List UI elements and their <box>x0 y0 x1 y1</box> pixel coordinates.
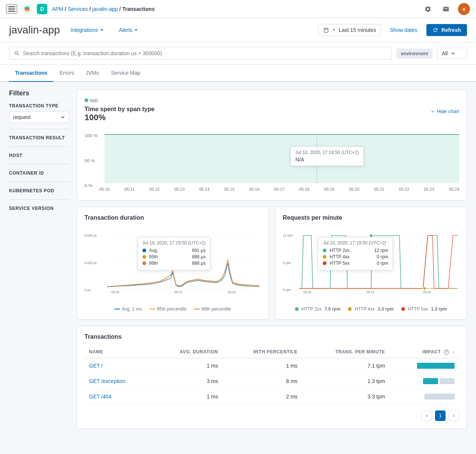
legend-p95-line <box>150 309 156 309</box>
dur-val-avg: 691 μs <box>192 248 206 253</box>
row-name[interactable]: GET / <box>85 358 152 373</box>
rpm-chart-title: Requests per minute <box>283 214 459 221</box>
rpm-legend: HTTP 2xx 7.0 rpm HTTP 4xx 3.3 rpm HTTP 5… <box>283 306 459 312</box>
app-badge: D <box>37 4 47 14</box>
rpm-val-2xx: 12 rpm <box>374 248 388 253</box>
span-chart-tooltip: Jul 10, 2020, 17:19:50 (UTC+2) N/A <box>290 146 363 166</box>
svg-text:05:10: 05:10 <box>303 290 311 294</box>
tab-transactions[interactable]: Transactions <box>9 65 53 82</box>
mail-icon-btn[interactable] <box>440 3 452 15</box>
rpm-legend-5xx: HTTP 5xx 1.3 rpm <box>401 306 447 312</box>
table-row: GET / 1 ms 1 ms 7.1 tpm <box>85 358 459 373</box>
filter-service-version-label: SERVICE VERSION <box>9 206 69 211</box>
dur-dot-p95 <box>142 255 146 259</box>
duration-chart-svg-wrap: 9,000 μs 4,500 μs 0 μs <box>85 226 261 302</box>
transaction-type-select[interactable]: request <box>9 112 69 123</box>
breadcrumb-current: Transactions <box>122 6 154 12</box>
dur-tooltip-p95: 95th 888 μs <box>142 254 206 259</box>
rpm-hover-dot-4xx <box>423 287 426 290</box>
row-name[interactable]: GET /404 <box>85 389 152 404</box>
page-header: javalin-app Integrations Alerts Last 15 … <box>0 18 476 42</box>
settings-icon-btn[interactable] <box>422 3 434 15</box>
rpm-dot-5xx <box>323 261 326 265</box>
rpm-val-4xx: 0 rpm <box>377 254 388 259</box>
row-name[interactable]: GET /exception <box>85 373 152 389</box>
svg-text:9,000 μs: 9,000 μs <box>85 234 97 237</box>
breadcrumb-apm[interactable]: APM <box>52 6 63 12</box>
page-title: javalin-app <box>9 24 60 36</box>
filters-title: Filters <box>9 89 69 97</box>
prev-page-button[interactable]: ‹ <box>422 410 432 421</box>
rpm-legend-dot-2xx <box>295 307 299 311</box>
span-legend-label: app <box>90 97 98 103</box>
page-1-button[interactable]: 1 <box>435 410 446 421</box>
row-p95: 8 ms <box>222 373 302 389</box>
col-p95: 95th percentile <box>222 346 302 358</box>
refresh-button[interactable]: Refresh <box>426 24 467 36</box>
breadcrumb: APM / Services / javalin-app / Transacti… <box>52 6 155 12</box>
search-input-wrap[interactable] <box>9 47 392 60</box>
row-tpm: 1.3 tpm <box>302 373 390 389</box>
time-range-picker[interactable]: Last 15 minutes <box>318 24 381 36</box>
span-legend-dot <box>85 98 88 102</box>
filter-transaction-result-label: TRANSACTION RESULT <box>9 135 69 140</box>
span-chart-svg-wrap: 100 % 50 % 0 % 05:10 05:11 05:12 05:13 0… <box>85 131 459 193</box>
charts-row: Transaction duration 9,000 μs 4,500 μs 0… <box>77 207 467 320</box>
dur-val-p95: 888 μs <box>192 254 206 259</box>
row-tpm: 3.3 tpm <box>302 389 390 404</box>
hide-chart-button[interactable]: Hide chart <box>430 109 459 114</box>
col-avg-duration: Avg. duration <box>152 346 222 358</box>
svg-text:05:18: 05:18 <box>299 187 310 192</box>
transactions-table-card: Transactions Name Avg. duration 95th per… <box>77 326 467 429</box>
impact-sort-icon[interactable]: ↓ <box>452 349 455 354</box>
svg-text:05:20: 05:20 <box>349 187 360 192</box>
svg-text:05:15: 05:15 <box>366 290 374 294</box>
legend-p95: 95th percentile <box>150 306 187 312</box>
show-dates-button[interactable]: Show dates <box>385 24 422 36</box>
legend-avg: Avg. 1 ms <box>114 306 142 312</box>
impact-info-icon[interactable]: ? <box>444 350 449 355</box>
col-tpm: Trans. per minute <box>302 346 390 358</box>
pagination: ‹ 1 › <box>85 410 459 421</box>
rpm-chart-card: Requests per minute 12 rpm 6 rpm 0 rpm <box>275 207 467 320</box>
search-input[interactable] <box>23 50 387 56</box>
alerts-button[interactable]: Alerts <box>115 24 143 36</box>
tab-errors[interactable]: Errors <box>53 65 80 82</box>
rpm-legend-2xx: HTTP 2xx 7.0 rpm <box>295 306 341 312</box>
env-select[interactable]: All <box>437 48 467 59</box>
duration-chart-title: Transaction duration <box>85 214 261 221</box>
table-header-row: Name Avg. duration 95th percentile Trans… <box>85 346 459 358</box>
svg-text:05:14: 05:14 <box>199 187 210 192</box>
dur-tooltip-p99: 99th 888 μs <box>142 261 206 266</box>
rpm-dot-2xx <box>323 249 326 252</box>
span-chart-percent: 100% <box>85 113 154 122</box>
dur-dot-p99 <box>142 261 146 265</box>
svg-text:05:13: 05:13 <box>174 187 185 192</box>
header-actions: Last 15 minutes Show dates Refresh <box>318 24 467 36</box>
tab-jvms[interactable]: JVMs <box>80 65 105 82</box>
next-page-button[interactable]: › <box>449 410 459 421</box>
rpm-dot-4xx <box>323 255 326 259</box>
breadcrumb-services[interactable]: Services <box>68 6 88 12</box>
col-name: Name <box>85 346 152 358</box>
rpm-chart-svg-wrap: 12 rpm 6 rpm 0 rpm <box>283 226 459 302</box>
legend-p99: 99th percentile <box>194 306 231 312</box>
svg-text:12 rpm: 12 rpm <box>283 234 293 237</box>
span-legend: app <box>85 97 154 103</box>
svg-text:05:15: 05:15 <box>224 187 235 192</box>
user-avatar[interactable]: e <box>458 3 470 15</box>
row-avg: 1 ms <box>152 389 222 404</box>
row-tpm: 7.1 tpm <box>302 358 390 373</box>
transactions-table-title: Transactions <box>85 333 459 340</box>
nav-icons: e <box>422 3 470 15</box>
rpm-legend-dot-4xx <box>348 307 352 311</box>
svg-text:05:10: 05:10 <box>99 187 110 192</box>
svg-text:50 %: 50 % <box>85 158 95 163</box>
integrations-button[interactable]: Integrations <box>66 24 108 36</box>
rpm-tooltip-date: Jul 10, 2020, 17:19:50 (UTC+2) <box>323 240 388 246</box>
tab-service-map[interactable]: Service Map <box>105 65 147 82</box>
breadcrumb-javalin-app[interactable]: javalin-app <box>92 6 118 12</box>
rpm-val-5xx: 0 rpm <box>377 261 388 266</box>
hamburger-menu[interactable] <box>6 4 17 14</box>
row-impact <box>390 373 459 389</box>
